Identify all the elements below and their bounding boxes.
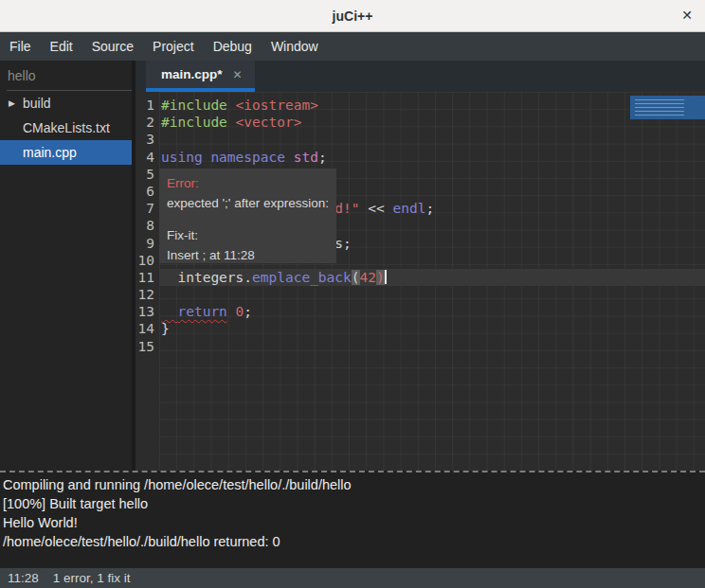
menu-item-project[interactable]: Project — [143, 32, 204, 61]
code-token — [227, 304, 236, 319]
code-token: return — [177, 304, 226, 319]
menubar: FileEditSourceProjectDebugWindow — [0, 32, 705, 61]
code-line[interactable]: 14} — [136, 320, 705, 337]
code-token: integers. — [161, 270, 252, 285]
line-number: 8 — [136, 217, 159, 234]
code-editor[interactable]: 1#include <iostream>2#include <vector>34… — [136, 92, 705, 471]
tab-label: main.cpp* — [161, 67, 223, 81]
app-window: juCi++ ✕ FileEditSourceProjectDebugWindo… — [0, 0, 705, 588]
window-close-icon[interactable]: ✕ — [681, 8, 693, 23]
code-token: std — [294, 150, 318, 165]
code-token: ; — [425, 201, 434, 216]
code-line-text: integers.emplace_back(42) — [159, 269, 705, 286]
code-token: <vector> — [236, 115, 302, 130]
overview-map-highlight[interactable] — [630, 96, 705, 119]
tree-item-label: build — [23, 96, 51, 111]
code-token: d!" — [334, 201, 359, 216]
code-token: endl — [392, 201, 425, 216]
line-number: 10 — [136, 252, 159, 269]
project-name-header: hello — [7, 61, 132, 91]
code-line-text: #include <vector> — [159, 114, 705, 131]
code-line-text: #include <iostream> — [159, 97, 705, 114]
line-number: 12 — [136, 286, 159, 303]
code-line[interactable]: 3 — [136, 131, 705, 148]
line-number: 7 — [136, 200, 159, 217]
terminal-line: Compiling and running /home/olece/test/h… — [3, 475, 702, 494]
line-number: 1 — [136, 97, 159, 114]
code-token: } — [161, 321, 170, 336]
code-token: <iostream> — [236, 98, 318, 113]
line-number: 3 — [136, 131, 159, 148]
tooltip-error-label: Error: — [167, 173, 329, 193]
code-line-text — [159, 286, 705, 303]
code-token: ) — [376, 270, 385, 285]
expander-icon[interactable]: ▶ — [9, 98, 15, 108]
editor-pane: main.cpp* ✕ 1#include <iostream>2#includ… — [136, 61, 705, 471]
terminal-line: Hello World! — [3, 513, 702, 532]
menu-item-window[interactable]: Window — [262, 32, 328, 61]
code-line[interactable]: 4using namespace std; — [136, 149, 705, 166]
code-token — [285, 150, 294, 165]
code-token: 42 — [360, 270, 376, 285]
line-number: 2 — [136, 114, 159, 131]
line-number: 14 — [136, 320, 159, 337]
overview-map-lines — [635, 99, 684, 116]
code-token: #include — [161, 98, 236, 113]
terminal-line: /home/olece/test/hello/./build/hello ret… — [3, 532, 702, 551]
code-token — [161, 304, 177, 319]
titlebar: juCi++ ✕ — [0, 0, 705, 32]
code-token: << — [360, 201, 393, 216]
line-number: 5 — [136, 166, 159, 183]
code-line-text — [159, 131, 705, 148]
code-token: ( — [352, 270, 360, 285]
line-number: 13 — [136, 303, 159, 320]
cursor-position: 11:28 — [8, 571, 39, 585]
code-line-text: return 0; — [159, 303, 705, 320]
tree-item-main-cpp[interactable]: main.cpp — [0, 140, 132, 165]
diagnostic-tooltip: Error: expected ';' after expression: Fi… — [159, 169, 336, 263]
line-number: 15 — [136, 338, 159, 355]
code-line[interactable]: 13 return 0; — [136, 303, 705, 320]
code-token: ; — [318, 150, 327, 165]
tab-close-icon[interactable]: ✕ — [233, 68, 243, 81]
file-tree: ▶buildCMakeLists.txtmain.cpp — [0, 91, 132, 165]
code-line[interactable]: 15 — [136, 338, 705, 355]
code-line[interactable]: 1#include <iostream> — [136, 97, 705, 114]
menu-item-edit[interactable]: Edit — [41, 32, 82, 61]
code-line[interactable]: 2#include <vector> — [136, 114, 705, 131]
statusbar: 11:28 1 error, 1 fix it — [0, 568, 705, 588]
tabbar: main.cpp* ✕ — [136, 61, 705, 92]
code-line-text: } — [159, 320, 705, 337]
line-number: 9 — [136, 235, 159, 252]
terminal-line: [100%] Built target hello — [3, 494, 702, 513]
code-line-text: using namespace std; — [159, 149, 705, 166]
code-token: emplace_back — [252, 270, 352, 285]
code-line-text — [159, 338, 705, 355]
tooltip-error-text: expected ';' after expression: — [167, 193, 329, 213]
diagnostics-summary[interactable]: 1 error, 1 fix it — [53, 571, 131, 585]
tooltip-fixit-label: Fix-it: — [167, 225, 329, 245]
text-cursor — [385, 270, 387, 284]
file-tree-sidebar: hello ▶buildCMakeLists.txtmain.cpp — [0, 61, 136, 471]
menu-item-file[interactable]: File — [0, 32, 41, 61]
code-token: #include — [161, 115, 236, 130]
tooltip-fixit-text: Insert ; at 11:28 — [167, 245, 329, 265]
code-line[interactable]: 12 — [136, 286, 705, 303]
tree-item-build[interactable]: ▶build — [0, 91, 132, 116]
tab-main-cpp[interactable]: main.cpp* ✕ — [146, 61, 255, 92]
code-line[interactable]: 11 integers.emplace_back(42) — [136, 269, 705, 286]
terminal-panel[interactable]: Compiling and running /home/olece/test/h… — [0, 471, 705, 568]
tree-item-label: main.cpp — [23, 145, 77, 160]
main-split: hello ▶buildCMakeLists.txtmain.cpp main.… — [0, 61, 705, 471]
tree-item-label: CMakeLists.txt — [23, 120, 110, 135]
line-number: 4 — [136, 149, 159, 166]
line-number: 6 — [136, 183, 159, 200]
window-title: juCi++ — [333, 9, 373, 24]
code-token: using namespace — [161, 150, 285, 165]
code-token: ; — [244, 304, 252, 319]
menu-item-source[interactable]: Source — [82, 32, 143, 61]
line-number: 11 — [136, 269, 159, 286]
tree-item-cmakelists-txt[interactable]: CMakeLists.txt — [0, 116, 132, 140]
menu-item-debug[interactable]: Debug — [204, 32, 262, 61]
